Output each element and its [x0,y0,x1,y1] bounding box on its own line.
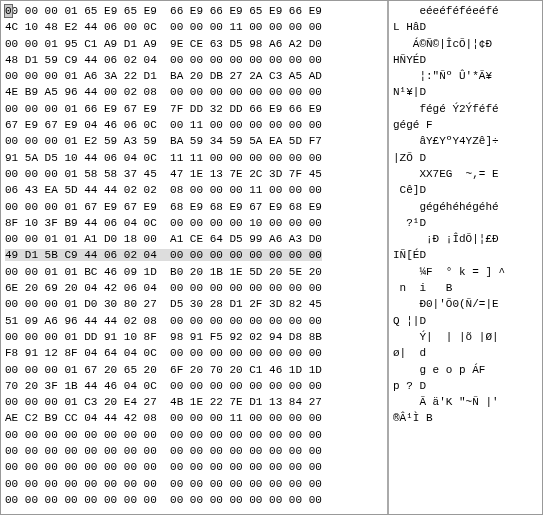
hex-bytes-column[interactable]: 00 00 00 01 65 E9 65 E9 66 E9 66 E9 65 E… [1,1,389,514]
hex-viewer: 00 00 00 01 65 E9 65 E9 66 E9 66 E9 65 E… [0,0,543,515]
ascii-row[interactable]: Q ¦|D [393,313,538,329]
ascii-row[interactable]: Cê]D [393,182,538,198]
hex-row[interactable]: 00 00 00 00 00 00 00 00 00 00 00 00 00 0… [5,459,383,475]
ascii-column[interactable]: eéeéféféeéféL HâD Á©Ñ©|ÎcÕ|¦¢ÐHÑYÉD ¦:"Ñ… [389,1,542,514]
hex-row[interactable]: 00 00 00 01 A6 3A 22 D1 BA 20 DB 27 2A C… [5,68,383,84]
ascii-row[interactable]: p ? D [393,378,538,394]
ascii-row[interactable] [393,443,538,459]
hex-row[interactable]: 00 00 00 01 67 E9 67 E9 68 E9 68 E9 67 E… [5,199,383,215]
ascii-row[interactable]: |ZÕ D [393,150,538,166]
hex-row[interactable]: 00 00 00 01 58 58 37 45 47 1E 13 7E 2C 3… [5,166,383,182]
ascii-row[interactable]: ¦:"Ñº Û'*Ã¥­ [393,68,538,84]
hex-row[interactable]: 49 D1 5B C9 44 06 02 04 00 00 00 00 00 0… [5,247,383,263]
hex-row[interactable]: 00 00 00 00 00 00 00 00 00 00 00 00 00 0… [5,476,383,492]
hex-row[interactable]: 70 20 3F 1B 44 46 04 0C 00 00 00 00 00 0… [5,378,383,394]
ascii-row[interactable]: Ã ä'K "~Ñ |' [393,394,538,410]
ascii-row[interactable]: N¹¥|D [393,84,538,100]
hex-row[interactable]: 00 00 00 01 E2 59 A3 59 BA 59 34 59 5A E… [5,133,383,149]
hex-row[interactable]: 00 00 00 01 DD 91 10 8F 98 91 F5 92 02 9… [5,329,383,345]
ascii-row[interactable]: âY£YºY4YZê]÷ [393,133,538,149]
hex-row[interactable]: 4C 10 48 E2 44 06 00 0C 00 00 00 11 00 0… [5,19,383,35]
ascii-row[interactable]: gégé F [393,117,538,133]
ascii-row[interactable]: ¡Ð ¡ÎdÕ|¦£Ð [393,231,538,247]
ascii-row[interactable]: fégé Ý2Ýféfé [393,101,538,117]
hex-row[interactable]: 00 00 00 01 C3 20 E4 27 4B 1E 22 7E D1 1… [5,394,383,410]
hex-cursor[interactable]: 0 [5,5,12,17]
hex-row[interactable]: 91 5A D5 10 44 06 04 0C 11 11 00 00 00 0… [5,150,383,166]
hex-row[interactable]: F8 91 12 8F 04 64 04 0C 00 00 00 00 00 0… [5,345,383,361]
hex-row[interactable]: 00 00 00 01 65 E9 65 E9 66 E9 66 E9 65 E… [5,3,383,19]
hex-row[interactable]: 06 43 EA 5D 44 44 02 02 08 00 00 00 11 0… [5,182,383,198]
hex-row[interactable]: 00 00 00 01 66 E9 67 E9 7F DD 32 DD 66 E… [5,101,383,117]
hex-row[interactable]: 67 E9 67 E9 04 46 06 0C 00 11 00 00 00 0… [5,117,383,133]
hex-row[interactable]: 00 00 01 95 C1 A9 D1 A9 9E CE 63 D5 98 A… [5,36,383,52]
ascii-row[interactable]: ¼F ° k = ] ^ [393,264,538,280]
ascii-row[interactable]: HÑYÉD [393,52,538,68]
hex-row[interactable]: 00 00 00 00 00 00 00 00 00 00 00 00 00 0… [5,427,383,443]
hex-row[interactable]: 48 D1 59 C9 44 06 02 04 00 00 00 00 00 0… [5,52,383,68]
ascii-row[interactable]: Ð0|'Õ0(Ñ/=|E [393,296,538,312]
hex-row[interactable]: 4E B9 A5 96 44 00 02 08 00 00 00 00 00 0… [5,84,383,100]
hex-row[interactable]: 00 00 00 01 D0 30 80 27 D5 30 28 D1 2F 3… [5,296,383,312]
hex-row[interactable]: 00 00 00 00 00 00 00 00 00 00 00 00 00 0… [5,492,383,508]
ascii-row[interactable] [393,492,538,508]
hex-row[interactable]: AE C2 B9 CC 04 44 42 08 00 00 00 11 00 0… [5,410,383,426]
hex-row[interactable]: 8F 10 3F B9 44 06 04 0C 00 00 00 00 10 0… [5,215,383,231]
hex-row[interactable]: 00 00 01 01 BC 46 09 1D B0 20 1B 1E 5D 2… [5,264,383,280]
hex-row[interactable]: 51 09 A6 96 44 44 02 08 00 00 00 00 00 0… [5,313,383,329]
ascii-row[interactable]: ø| d [393,345,538,361]
ascii-row[interactable]: n i B [393,280,538,296]
ascii-row[interactable]: g e o p ÁF [393,362,538,378]
hex-row[interactable]: 6E 20 69 20 04 42 06 04 00 00 00 00 00 0… [5,280,383,296]
ascii-row[interactable] [393,476,538,492]
ascii-row[interactable]: gégéhéhégéhé [393,199,538,215]
ascii-row[interactable]: L HâD [393,19,538,35]
hex-row[interactable]: 00 00 00 01 67 20 65 20 6F 20 70 20 C1 4… [5,362,383,378]
ascii-row[interactable] [393,459,538,475]
ascii-row[interactable]: ?¹D [393,215,538,231]
ascii-row[interactable]: Á©Ñ©|ÎcÕ|¦¢Ð [393,36,538,52]
ascii-row[interactable]: ®Â¹Ì B [393,410,538,426]
hex-row[interactable]: 00 00 00 00 00 00 00 00 00 00 00 00 00 0… [5,443,383,459]
ascii-row[interactable]: Ý| | |õ |Ø| [393,329,538,345]
ascii-row[interactable]: IÑ[ÉD [393,247,538,263]
hex-row[interactable]: 00 00 01 01 A1 D0 18 00 A1 CE 64 D5 99 A… [5,231,383,247]
ascii-row[interactable]: XX7EG ~,= E [393,166,538,182]
hex-row-selected[interactable]: 49 D1 5B C9 44 06 02 04 00 00 00 00 00 0… [5,249,322,261]
ascii-row[interactable] [393,427,538,443]
ascii-row[interactable]: eéeéféféeéfé [393,3,538,19]
